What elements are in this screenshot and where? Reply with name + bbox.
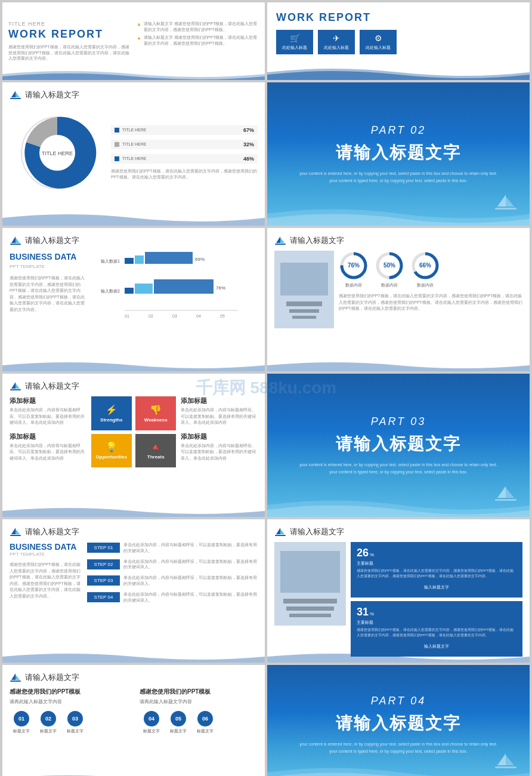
svg-rect-49	[289, 614, 331, 617]
biz-title-9: BUSINESS DATA	[10, 542, 81, 552]
num-unit-1: %	[370, 552, 374, 558]
num-circle-box-5: 05 标题文字	[166, 711, 190, 734]
swot-left: 添加标题 单击此处添加内容，内容骨与标题相呼应。可以百度复制粘贴。要选择有用的关…	[10, 396, 86, 467]
num-circle-label-1: 标题文字	[10, 728, 33, 734]
thanks-right: 感谢您使用我们的PPT模板 请再此输入标题文字内容 04 标题文字 05 标题文…	[140, 688, 258, 734]
ppt-template-9: PPT TEMPLATE	[10, 552, 81, 557]
num-circle-3: 03	[67, 711, 83, 726]
slide-12: PART 04 请输入标题文字 your content is entered …	[267, 665, 530, 776]
num-circle-label-6: 标题文字	[193, 728, 217, 734]
circle-label-3: 数据内容	[417, 282, 434, 288]
thanks-sub-2: 请再此输入标题文字内容	[140, 698, 258, 705]
sailboat-right-8	[494, 485, 518, 505]
slide1-desc: 感谢您使用我们的PPT模板，请在此输入您需要的文字内容，感谢您使用我们的PPT模…	[8, 44, 131, 61]
thanks-sub-1: 请再此输入标题文字内容	[10, 698, 128, 705]
slide5-header: 请输入标题文字	[10, 235, 258, 246]
wave-decoration	[2, 68, 265, 80]
num-title-1: 主要标题	[357, 561, 516, 566]
threats-icon: 🔺	[150, 441, 162, 452]
svg-rect-48	[286, 606, 334, 611]
slide11-title: 请输入标题文字	[25, 672, 79, 683]
icon-label-2: 此处输入标题	[324, 45, 349, 51]
swot-desc-4: 单击此处添加内容，内容与标题相呼应。可以直接复制粘贴，要选择有用的关键词录入。单…	[181, 443, 258, 462]
plane-icon: ✈	[333, 33, 340, 43]
icon-label-3: 此处输入标题	[366, 45, 391, 51]
title-here-label: TITLE HERE	[8, 21, 131, 27]
num-unit-2: %	[370, 611, 374, 617]
pie-chart: TITLE HERE	[10, 105, 105, 201]
steps-area: STEP 01 单击此处添加内容，内容与标题相呼应，可以直接复制粘贴，要选择有用…	[87, 542, 258, 608]
swot-desc-1: 单击此处添加内容，内容骨与标题相呼应。可以百度复制粘贴。要选择有用的关键词录入。…	[10, 407, 86, 426]
sailboat-icon-5	[10, 236, 21, 245]
slide-7: 请输入标题文字 添加标题 单击此处添加内容，内容骨与标题相呼应。可以百度复制粘贴…	[2, 374, 265, 517]
part-subtitle2-8: your content is typed here, or by copyin…	[317, 469, 480, 475]
svg-rect-8	[135, 255, 144, 264]
slide-5: 请输入标题文字 BUSINESS DATA PPT TEMPLATE 感谢您使用…	[2, 228, 265, 371]
part-subtitle1-4: your content is entered here, or by copy…	[287, 170, 509, 177]
pie-color-3	[115, 156, 119, 161]
thanks-left: 感谢您使用我们的PPT模板 请再此输入标题文字内容 01 标题文字 02 标题文…	[10, 688, 128, 734]
svg-rect-28	[280, 263, 328, 295]
svg-text:31%: 31%	[135, 251, 143, 255]
wave-dec-5	[2, 359, 265, 371]
svg-rect-46	[280, 551, 340, 593]
num-circle-4: 04	[144, 711, 159, 726]
swot-label-2: 添加标题	[10, 432, 86, 441]
slide6-header: 请输入标题文字	[274, 235, 522, 246]
wave-dec-3	[2, 211, 265, 226]
thanks-content: 感谢您使用我们的PPT模板 请再此输入标题文字内容 01 标题文字 02 标题文…	[10, 688, 258, 734]
wave-dec-4	[267, 202, 530, 226]
part-subtitle1-8: your content is entered here, or by copy…	[287, 461, 509, 468]
svg-rect-44	[275, 535, 286, 536]
svg-text:04: 04	[196, 314, 201, 318]
svg-rect-14	[125, 288, 134, 294]
num-circle-box-6: 06 标题文字	[193, 711, 217, 734]
slide9-title: 请输入标题文字	[25, 526, 79, 537]
svg-rect-47	[283, 599, 337, 603]
num-title-2: 主要标题	[357, 620, 516, 626]
strengths-icon: ⚡	[106, 404, 117, 415]
slide2-work-report: WORK REPORT	[276, 11, 521, 24]
wave-dec-8	[267, 493, 530, 517]
svg-rect-15	[135, 284, 153, 294]
num-box-1: 26 % 主要标题 感谢您使用我们的PPT模板，请在此输入您需要的文字内容，感谢…	[351, 542, 522, 598]
bullet-icon-2: ▲	[137, 35, 141, 41]
step-4: STEP 04 单击此处添加内容，内容与标题相呼应，可以直接复制粘贴，要选择有用…	[87, 592, 258, 603]
num-desc-1: 感谢您使用我们的PPT模板，请在此输入您需要的文字内容，感谢您使用我们的PPT模…	[357, 568, 516, 579]
num-boxes: 26 % 主要标题 感谢您使用我们的PPT模板，请在此输入您需要的文字内容，感谢…	[351, 542, 522, 657]
slide3-header: 请输入标题文字	[10, 90, 258, 100]
sailboat-icon-7	[10, 381, 21, 391]
threats-label: Threats	[147, 454, 165, 460]
step-box-2: STEP 02	[87, 559, 120, 569]
part-label-12: PART 04	[371, 695, 426, 707]
pie-label-2: TITLE HERE 32%	[111, 140, 258, 149]
step-desc-1: 单击此处添加内容，内容与标题相呼应，可以直接复制粘贴，要选择有用的关键词录入。	[123, 542, 258, 554]
pie-pct-2: 32%	[243, 141, 254, 147]
svg-rect-26	[275, 244, 286, 245]
svg-text:输入数据2: 输入数据2	[101, 289, 120, 294]
num-circle-label-3: 标题文字	[63, 728, 87, 734]
part-subtitle2-4: your content is typed here, or by copyin…	[317, 177, 480, 184]
circles-row: 76% 数据内容 50% 数据内容	[339, 251, 522, 288]
swot-text-3: 添加标题 单击此处添加内容，内容与标题相呼应。可以直接复制粘贴。要选择有用的关键…	[181, 396, 258, 426]
thanks-title-1: 感谢您使用我们的PPT模板	[10, 688, 128, 696]
part-label-8: PART 03	[371, 415, 426, 428]
svg-text:69%: 69%	[195, 257, 205, 262]
slide7-title: 请输入标题文字	[25, 381, 79, 392]
step-desc-2: 单击此处添加内容，内容与标题相呼应，可以直接复制粘贴，要选择有用的关键词录入。	[123, 559, 258, 571]
wave-dec-12	[267, 760, 530, 776]
svg-text:76%: 76%	[216, 285, 225, 291]
swot-label-3: 添加标题	[181, 396, 258, 405]
slide10-title: 请输入标题文字	[290, 526, 344, 537]
step-2: STEP 02 单击此处添加内容，内容与标题相呼应，可以直接复制粘贴，要选择有用…	[87, 559, 258, 571]
thanks-title-2: 感谢您使用我们的PPT模板	[140, 688, 258, 696]
numbered-boxes-1: 01 标题文字 02 标题文字 03 标题文字	[10, 711, 128, 734]
bullet-text-2: 请输入标题文字 感谢您使用我们的PPT模板，请在此输入您需要的文字内容，感谢您使…	[144, 35, 259, 47]
strengths-label: Strengths	[100, 417, 122, 423]
wave-dec-10	[267, 651, 530, 663]
slide11-header: 请输入标题文字	[10, 672, 258, 683]
num-circle-label-4: 标题文字	[140, 728, 163, 734]
svg-text:39%: 39%	[135, 279, 143, 283]
svg-rect-43	[10, 535, 21, 536]
svg-rect-9	[145, 252, 193, 264]
